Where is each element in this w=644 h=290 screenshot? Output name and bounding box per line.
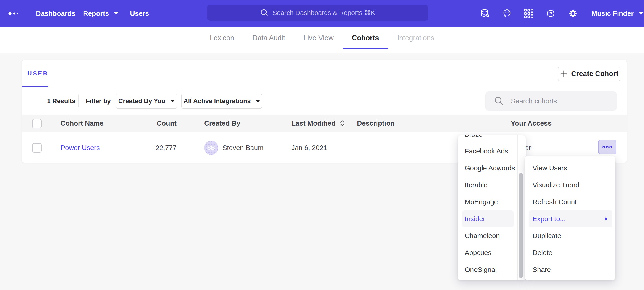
vertical-divider [78, 95, 79, 107]
nav-item-dashboards[interactable]: Dashboards [36, 0, 75, 27]
create-cohort-label: Create Cohort [571, 70, 618, 78]
submenu-item-appcues[interactable]: Appcues [462, 244, 514, 261]
column-header-cohort-name[interactable]: Cohort Name [60, 115, 104, 132]
tab-user-cohorts[interactable]: USER [22, 60, 54, 87]
submenu-item-google-adwords[interactable]: Google Adwords [462, 160, 514, 177]
nav-item-dashboards-label: Dashboards [36, 10, 75, 17]
mixpanel-logo-icon[interactable] [8, 0, 19, 27]
submenu-arrow-icon [604, 217, 608, 221]
submenu-item-chameleon[interactable]: Chameleon [462, 227, 514, 244]
search-icon [494, 96, 504, 106]
cohort-search-input[interactable] [511, 97, 602, 105]
tab-data-audit-label: Data Audit [252, 34, 285, 42]
chevron-down-icon [114, 12, 119, 15]
tab-cohorts-label: Cohorts [352, 34, 379, 42]
global-search-placeholder: Search Dashboards & Reports ⌘K [272, 9, 375, 17]
search-icon [260, 9, 269, 17]
active-tab-underline [343, 48, 388, 49]
tab-live-view[interactable]: Live View [294, 27, 342, 49]
submenu-item-braze[interactable]: Braze [462, 135, 514, 143]
data-tabs: Lexicon Data Audit Live View Cohorts Int… [0, 27, 644, 49]
export-destination-submenu: Braze Facebook Ads Google Adwords Iterab… [458, 135, 526, 280]
cohort-search-field[interactable] [485, 91, 617, 111]
integrations-filter-dropdown[interactable]: All Active Integrations [181, 94, 262, 109]
tab-cohorts[interactable]: Cohorts [343, 27, 388, 49]
submenu-item-iterable[interactable]: Iterable [462, 177, 514, 194]
submenu-item-insider[interactable]: Insider [462, 210, 514, 227]
menu-item-refresh-count[interactable]: Refresh Count [529, 194, 612, 210]
nav-item-users-label: Users [130, 10, 149, 17]
tab-lexicon-label: Lexicon [210, 34, 234, 42]
column-header-created-by[interactable]: Created By [204, 115, 240, 132]
feedback-icon[interactable] [502, 0, 512, 27]
row-checkbox[interactable] [32, 143, 42, 153]
filter-row: 1 Results Filter by Created By You All A… [22, 87, 627, 115]
tab-integrations[interactable]: Integrations [388, 27, 443, 49]
nav-item-reports[interactable]: Reports [83, 0, 119, 27]
submenu-item-facebook-ads[interactable]: Facebook Ads [462, 143, 514, 160]
cohort-name-cell: Power Users [60, 132, 100, 163]
avatar: SB [204, 141, 218, 155]
created-by-filter-label: Created By You [118, 97, 165, 105]
cohort-name-link[interactable]: Power Users [60, 144, 100, 152]
menu-item-view-users[interactable]: View Users [529, 160, 612, 177]
created-by-filter-dropdown[interactable]: Created By You [116, 94, 177, 109]
caret-down-icon [256, 100, 260, 102]
project-name: Music Finder [592, 10, 634, 17]
cohorts-card-header: USER Create Cohort [22, 60, 627, 87]
tab-live-view-label: Live View [303, 34, 334, 42]
help-icon[interactable]: ? [546, 0, 556, 27]
export-submenu-scroll-area: Braze Facebook Ads Google Adwords Iterab… [458, 135, 517, 280]
chevron-down-icon [639, 12, 644, 15]
column-header-description[interactable]: Description [357, 115, 394, 132]
results-count: 1 Results [47, 87, 76, 115]
row-context-menu: View Users Visualize Trend Refresh Count… [525, 156, 616, 280]
secondary-navbar: Lexicon Data Audit Live View Cohorts Int… [0, 27, 644, 53]
integrations-filter-label: All Active Integrations [184, 97, 251, 105]
tab-integrations-label: Integrations [397, 34, 434, 42]
submenu-item-moengage[interactable]: MoEngage [462, 194, 514, 210]
submenu-item-onesignal[interactable]: OneSignal [462, 261, 514, 278]
column-header-your-access[interactable]: Your Access [504, 115, 558, 132]
sort-icon [340, 120, 345, 127]
data-management-icon[interactable] [480, 0, 490, 27]
menu-item-share[interactable]: Share [529, 261, 612, 278]
created-by-cell: SB Steven Baum [204, 132, 264, 163]
user-tab-underline [22, 86, 48, 87]
scrollbar-track-divider [517, 135, 518, 280]
apps-grid-icon[interactable] [524, 0, 534, 27]
top-navbar: Dashboards Reports Users Search Dashboar… [0, 0, 644, 27]
nav-item-users[interactable]: Users [130, 0, 149, 27]
scrollbar-thumb[interactable] [519, 173, 523, 278]
column-header-last-modified[interactable]: Last Modified [292, 115, 345, 132]
table-header: Cohort Name Count Created By Last Modifi… [22, 115, 627, 132]
row-more-actions-button[interactable] [598, 140, 616, 154]
nav-item-reports-label: Reports [83, 10, 109, 17]
plus-icon [560, 70, 568, 78]
tab-data-audit[interactable]: Data Audit [243, 27, 294, 49]
select-all-checkbox[interactable] [32, 119, 42, 128]
menu-item-visualize-trend[interactable]: Visualize Trend [529, 177, 612, 194]
created-by-name: Steven Baum [222, 144, 264, 152]
create-cohort-button[interactable]: Create Cohort [558, 67, 620, 81]
menu-item-export-to[interactable]: Export to... [529, 210, 612, 227]
last-modified-cell: Jan 6, 2021 [292, 132, 327, 163]
tab-user-label: USER [28, 70, 48, 77]
cohorts-card: USER Create Cohort 1 Results Filter by C… [22, 60, 627, 163]
svg-text:?: ? [549, 11, 552, 16]
three-dots-icon [602, 144, 613, 150]
tab-lexicon[interactable]: Lexicon [201, 27, 244, 49]
menu-item-delete[interactable]: Delete [529, 244, 612, 261]
filter-by-label: Filter by [86, 87, 111, 115]
settings-gear-icon[interactable] [568, 0, 578, 27]
menu-item-duplicate[interactable]: Duplicate [529, 227, 612, 244]
column-header-count[interactable]: Count [114, 115, 176, 132]
global-search-bar[interactable]: Search Dashboards & Reports ⌘K [207, 5, 428, 21]
project-selector[interactable]: Music Finder [592, 0, 644, 27]
caret-down-icon [170, 100, 175, 102]
cohort-count-cell: 22,777 [114, 132, 176, 163]
